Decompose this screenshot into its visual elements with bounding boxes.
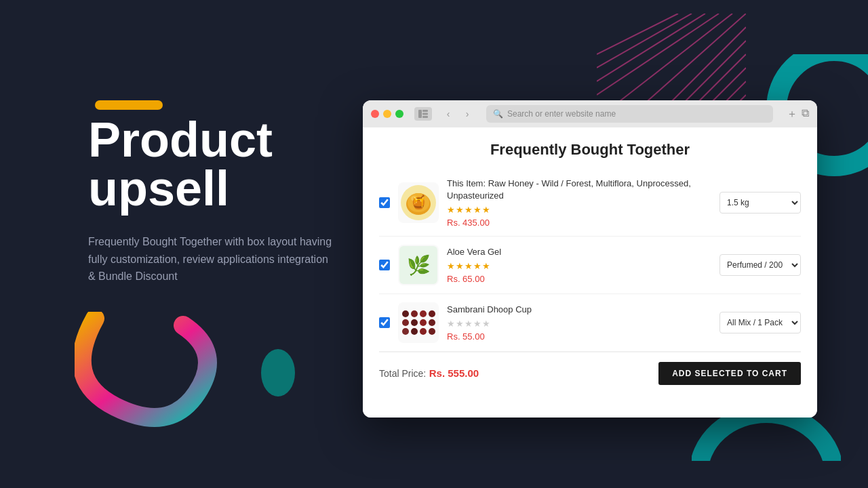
product-3-img-inner — [399, 308, 438, 338]
svg-line-2 — [597, 14, 705, 81]
back-button[interactable]: ‹ — [440, 106, 456, 122]
svg-point-15 — [261, 349, 295, 396]
total-price-section: Total Price: Rs. 555.00 — [379, 367, 479, 380]
product-2-price: Rs. 65.00 — [447, 274, 711, 284]
product-2-stars: ★★★★★ — [447, 261, 711, 271]
close-window-dot[interactable] — [371, 110, 379, 118]
product-3-name: Sambrani Dhoop Cup — [447, 304, 711, 316]
product-1-image: 🍯 — [398, 182, 439, 223]
sidebar-toggle-icon[interactable] — [414, 107, 432, 121]
svg-rect-19 — [422, 116, 428, 118]
svg-text:🍯: 🍯 — [410, 194, 427, 210]
product-3-variant-select[interactable]: All Mix / 1 Pack Mix / Pack Single / 1 P… — [719, 312, 801, 333]
product-1-variant-select[interactable]: 1.5 kg 500 g 250 g — [719, 192, 801, 214]
svg-line-3 — [597, 14, 719, 95]
svg-line-4 — [610, 14, 732, 108]
decorative-swirl-bottom-left — [75, 312, 251, 447]
product-1-info: This Item: Raw Honey - Wild / Forest, Mu… — [447, 178, 711, 228]
product-2-variant-select[interactable]: Perfumed / 200 ... Unscented / 200 ml — [719, 254, 801, 276]
product-2-name: Aloe Vera Gel — [447, 246, 711, 258]
product-row: Sambrani Dhoop Cup ★★★★★ Rs. 55.00 All M… — [379, 294, 801, 352]
product-2-img-inner: 🌿 — [399, 246, 437, 284]
forward-button[interactable]: › — [459, 106, 475, 122]
product-row: 🌿 Aloe Vera Gel ★★★★★ Rs. 65.00 Perfumed… — [379, 237, 801, 294]
browser-window: ‹ › 🔍 Search or enter website name ＋ ⧉ F… — [363, 100, 817, 418]
svg-rect-16 — [418, 110, 422, 118]
widget-container: Frequently Bought Together 🍯 This Item: … — [363, 127, 817, 418]
product-3-checkbox[interactable] — [379, 317, 390, 328]
svg-rect-18 — [422, 113, 428, 115]
product-3-stars: ★★★★★ — [447, 319, 711, 329]
svg-line-1 — [597, 14, 692, 68]
product-1-price: Rs. 435.00 — [447, 218, 711, 228]
browser-action-buttons: ＋ ⧉ — [787, 107, 809, 121]
add-to-cart-button[interactable]: ADD SELECTED TO CART — [658, 362, 801, 385]
browser-navigation: ‹ › — [440, 106, 475, 122]
browser-toolbar: ‹ › 🔍 Search or enter website name ＋ ⧉ — [363, 100, 817, 127]
svg-line-0 — [597, 14, 678, 54]
product-3-info: Sambrani Dhoop Cup ★★★★★ Rs. 55.00 — [447, 304, 711, 342]
total-value: Rs. 555.00 — [429, 367, 479, 379]
left-content-section: Product upsell Frequently Bought Togethe… — [88, 115, 332, 285]
duplicate-tab-button[interactable]: ⧉ — [802, 107, 809, 121]
product-2-checkbox[interactable] — [379, 260, 390, 270]
product-1-name: This Item: Raw Honey - Wild / Forest, Mu… — [447, 178, 711, 202]
decorative-yellow-bar — [95, 100, 163, 110]
minimize-window-dot[interactable] — [383, 110, 391, 118]
product-2-info: Aloe Vera Gel ★★★★★ Rs. 65.00 — [447, 246, 711, 284]
widget-title: Frequently Bought Together — [379, 141, 801, 159]
page-description: Frequently Bought Together with box layo… — [88, 233, 332, 285]
browser-address-bar[interactable]: 🔍 Search or enter website name — [486, 105, 773, 123]
decorative-cyan-blob — [258, 346, 298, 400]
widget-footer: Total Price: Rs. 555.00 ADD SELECTED TO … — [379, 352, 801, 385]
search-icon: 🔍 — [493, 109, 503, 119]
svg-rect-17 — [422, 110, 428, 112]
product-1-checkbox[interactable] — [379, 197, 390, 208]
product-row: 🍯 This Item: Raw Honey - Wild / Forest, … — [379, 169, 801, 237]
product-3-price: Rs. 55.00 — [447, 331, 711, 342]
product-3-image — [398, 302, 439, 343]
total-label: Total Price: — [379, 368, 426, 379]
page-title: Product upsell — [88, 115, 332, 213]
product-1-stars: ★★★★★ — [447, 205, 711, 215]
maximize-window-dot[interactable] — [395, 110, 403, 118]
product-2-image: 🌿 — [398, 245, 439, 285]
window-controls — [371, 110, 403, 118]
new-tab-button[interactable]: ＋ — [787, 107, 797, 121]
address-bar-text: Search or enter website name — [507, 109, 616, 119]
svg-point-14 — [698, 413, 834, 461]
